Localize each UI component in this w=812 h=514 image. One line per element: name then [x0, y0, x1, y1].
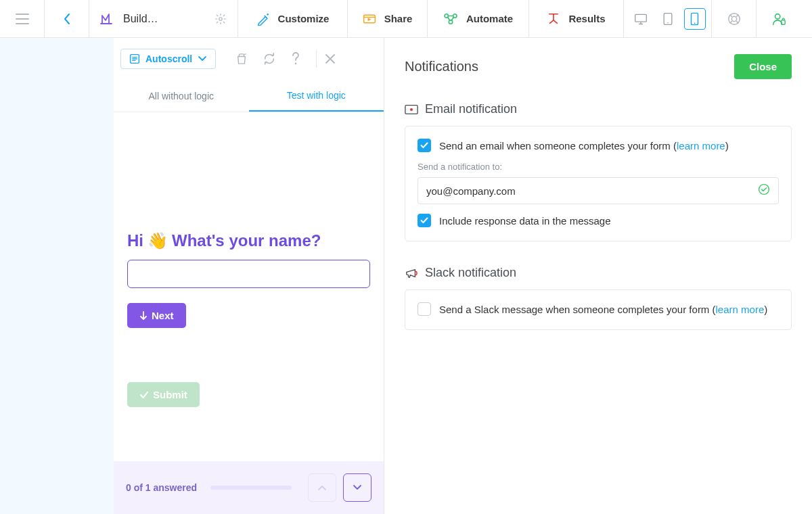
device-tablet-button[interactable]	[657, 8, 679, 30]
autoscroll-label: Autoscroll	[145, 53, 192, 64]
next-button[interactable]: Next	[127, 303, 186, 328]
slack-learn-more-link[interactable]: learn more	[716, 304, 765, 315]
share-label: Share	[384, 13, 413, 24]
send-to-label: Send a notification to:	[418, 162, 779, 172]
megaphone-icon	[405, 267, 418, 279]
svg-point-13	[775, 14, 780, 18]
help-button[interactable]	[712, 0, 757, 37]
chevron-down-icon	[353, 484, 362, 491]
settings-panel: Notifications Close Email notification S…	[384, 38, 812, 514]
user-icon	[771, 11, 786, 26]
results-icon	[547, 13, 560, 25]
include-response-checkbox[interactable]	[418, 214, 431, 227]
build-label: Build…	[123, 13, 158, 25]
email-panel: Send an email when someone completes you…	[405, 126, 792, 241]
include-response-row: Include response data in the message	[418, 214, 779, 227]
svg-point-12	[731, 16, 736, 21]
device-switcher	[624, 0, 712, 37]
hamburger-icon	[16, 14, 29, 24]
svg-point-16	[295, 63, 297, 65]
chevron-up-icon	[317, 484, 327, 491]
customize-icon	[256, 12, 270, 26]
svg-point-19	[759, 185, 769, 195]
clear-responses-icon[interactable]	[236, 53, 247, 65]
form-preview: Hi 👋 What's your name? Next Submit	[114, 112, 384, 461]
include-response-label: Include response data in the message	[439, 215, 611, 227]
settings-title: Notifications	[405, 59, 478, 74]
divider	[316, 50, 317, 68]
question-suffix: What's your name?	[172, 231, 321, 250]
results-label: Results	[568, 13, 605, 24]
send-slack-row: Send a Slack message when someone comple…	[418, 302, 779, 316]
account-button[interactable]	[757, 0, 801, 37]
svg-point-0	[219, 17, 223, 20]
submit-button: Submit	[127, 382, 200, 407]
share-icon	[363, 13, 376, 25]
left-gutter	[0, 38, 114, 514]
close-preview-button[interactable]	[325, 53, 336, 64]
autoscroll-button[interactable]: Autoscroll	[120, 49, 216, 69]
tab-build[interactable]: Build…	[89, 0, 238, 37]
automate-icon	[443, 13, 458, 25]
next-question-button[interactable]	[343, 473, 371, 502]
email-section-header: Email notification	[405, 102, 792, 116]
settings-header: Notifications Close	[405, 54, 792, 79]
valid-icon	[758, 183, 770, 198]
device-desktop-button[interactable]	[630, 8, 652, 30]
tab-automate[interactable]: Automate	[428, 0, 529, 37]
body: Autoscroll All without logi	[0, 38, 812, 514]
submit-label: Submit	[153, 389, 187, 400]
close-button[interactable]: Close	[734, 54, 792, 79]
email-section-title: Email notification	[425, 102, 517, 116]
svg-rect-6	[635, 14, 646, 22]
answered-count: 0 of 1 answered	[126, 482, 197, 493]
send-slack-checkbox[interactable]	[418, 302, 431, 316]
send-email-row: Send an email when someone completes you…	[418, 139, 779, 152]
autoscroll-icon	[129, 53, 140, 64]
notification-email-input[interactable]	[426, 185, 758, 197]
preview-tabs: All without logic Test with logic	[114, 80, 384, 112]
question-icon[interactable]	[292, 52, 301, 66]
gear-icon[interactable]	[215, 13, 227, 25]
device-mobile-button[interactable]	[684, 8, 706, 30]
send-slack-label: Send a Slack message when someone comple…	[439, 304, 767, 315]
send-email-label-post: )	[725, 140, 729, 151]
arrow-down-icon	[139, 311, 148, 321]
svg-point-1	[267, 14, 269, 16]
send-email-label-pre: Send an email when someone completes you…	[439, 140, 677, 151]
next-label: Next	[152, 310, 174, 321]
tab-share[interactable]: Share	[348, 0, 428, 37]
chevron-left-icon	[63, 13, 71, 25]
svg-point-10	[694, 22, 696, 24]
tab-test-with-logic[interactable]: Test with logic	[249, 80, 384, 112]
wave-icon: 👋	[148, 231, 168, 250]
slack-section-header: Slack notification	[405, 266, 792, 280]
question-text: Hi 👋 What's your name?	[127, 231, 370, 250]
lifebuoy-icon	[727, 11, 742, 26]
prev-question-button	[308, 473, 336, 502]
send-email-label: Send an email when someone completes you…	[439, 140, 729, 151]
svg-point-18	[410, 108, 413, 111]
tab-test-with-logic-label: Test with logic	[287, 90, 346, 101]
back-button[interactable]	[45, 0, 89, 37]
send-email-checkbox[interactable]	[418, 139, 431, 152]
learn-more-link[interactable]: learn more	[677, 140, 725, 151]
slack-panel: Send a Slack message when someone comple…	[405, 289, 792, 330]
build-icon	[100, 12, 114, 26]
email-icon	[405, 104, 418, 115]
automate-label: Automate	[466, 13, 513, 24]
send-slack-label-post: )	[764, 304, 767, 315]
svg-point-8	[667, 22, 669, 24]
answer-input[interactable]	[127, 260, 370, 288]
send-slack-label-pre: Send a Slack message when someone comple…	[439, 304, 716, 315]
slack-section-title: Slack notification	[425, 266, 516, 280]
chevron-down-icon	[198, 55, 207, 62]
tab-all-without-logic-label: All without logic	[149, 91, 215, 101]
tab-all-without-logic[interactable]: All without logic	[114, 80, 249, 112]
refresh-icon[interactable]	[263, 53, 275, 65]
top-bar: Build… Customize Share Automate Results	[0, 0, 812, 38]
menu-button[interactable]	[0, 0, 45, 37]
progress-bar	[210, 486, 292, 490]
tab-customize[interactable]: Customize	[238, 0, 348, 37]
tab-results[interactable]: Results	[529, 0, 624, 37]
